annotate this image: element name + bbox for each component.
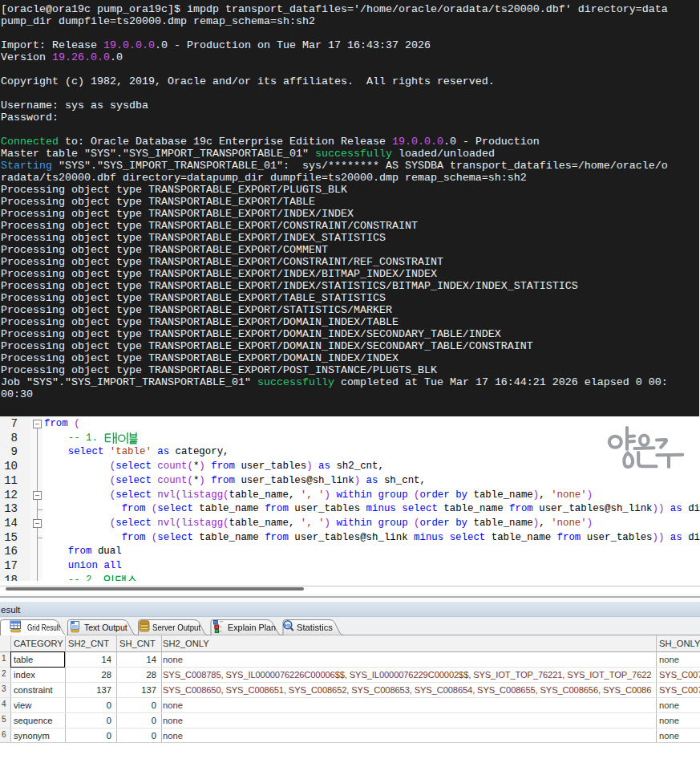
svg-text:SQL: SQL — [284, 623, 291, 627]
